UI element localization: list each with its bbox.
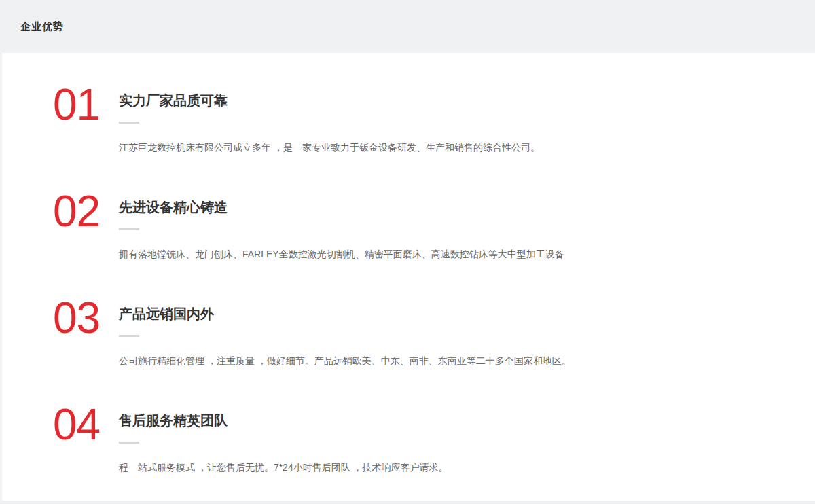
advantage-description: 公司施行精细化管理 ，注重质量 ，做好细节。产品远销欧美、中东、南非、东南亚等二… <box>119 353 788 368</box>
advantages-panel: 01 实力厂家品质可靠 江苏巨龙数控机床有限公司成立多年 ，是一家专业致力于钣金… <box>2 53 815 501</box>
advantage-title: 先进设备精心铸造 <box>119 198 788 216</box>
advantage-body: 产品远销国内外 公司施行精细化管理 ，注重质量 ，做好细节。产品远销欧美、中东、… <box>119 296 788 368</box>
advantage-title: 产品远销国内外 <box>119 305 788 323</box>
advantage-body: 实力厂家品质可靠 江苏巨龙数控机床有限公司成立多年 ，是一家专业致力于钣金设备研… <box>119 83 788 155</box>
advantage-item-3: 03 产品远销国内外 公司施行精细化管理 ，注重质量 ，做好细节。产品远销欧美、… <box>53 296 788 368</box>
advantage-number: 01 <box>53 83 119 126</box>
advantage-item-2: 02 先进设备精心铸造 拥有落地镗铣床、龙门刨床、FARLEY全数控激光切割机、… <box>53 190 788 262</box>
advantage-body: 售后服务精英团队 程一站式服务模式 ，让您售后无忧。7*24小时售后团队 ，技术… <box>119 403 788 475</box>
advantage-item-1: 01 实力厂家品质可靠 江苏巨龙数控机床有限公司成立多年 ，是一家专业致力于钣金… <box>53 83 788 155</box>
divider <box>119 335 139 337</box>
advantage-description: 拥有落地镗铣床、龙门刨床、FARLEY全数控激光切割机、精密平面磨床、高速数控钻… <box>119 247 788 262</box>
page-title: 企业优势 <box>20 20 64 33</box>
divider <box>119 122 139 124</box>
advantage-body: 先进设备精心铸造 拥有落地镗铣床、龙门刨床、FARLEY全数控激光切割机、精密平… <box>119 190 788 262</box>
advantage-title: 实力厂家品质可靠 <box>119 92 788 109</box>
advantage-number: 03 <box>53 296 119 340</box>
advantage-item-4: 04 售后服务精英团队 程一站式服务模式 ，让您售后无忧。7*24小时售后团队 … <box>53 403 788 475</box>
divider <box>119 228 139 230</box>
section-header: 企业优势 <box>0 0 815 53</box>
advantage-number: 02 <box>53 190 119 233</box>
advantage-description: 江苏巨龙数控机床有限公司成立多年 ，是一家专业致力于钣金设备研发、生产和销售的综… <box>119 140 788 155</box>
advantage-number: 04 <box>53 403 119 446</box>
advantage-description: 程一站式服务模式 ，让您售后无忧。7*24小时售后团队 ，技术响应客户请求。 <box>119 460 788 475</box>
divider <box>119 442 139 444</box>
advantage-title: 售后服务精英团队 <box>119 412 788 429</box>
